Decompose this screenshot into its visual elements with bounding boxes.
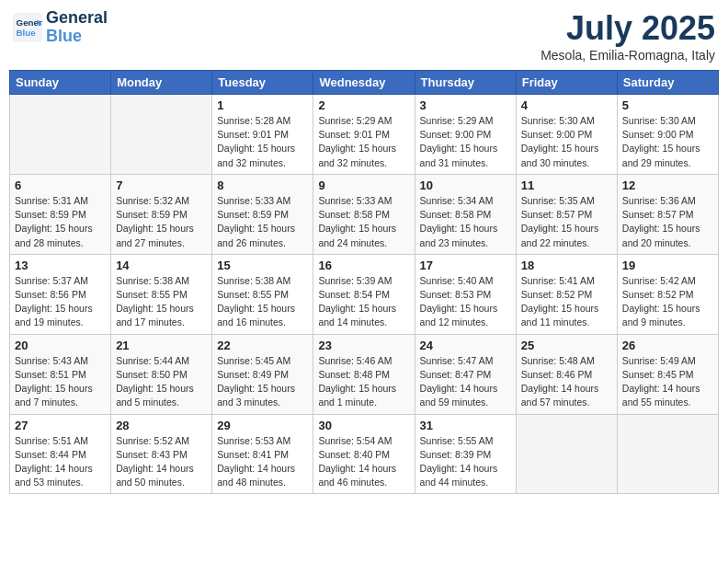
calendar-cell: 15Sunrise: 5:38 AMSunset: 8:55 PMDayligh… xyxy=(212,254,313,334)
day-number: 25 xyxy=(521,339,612,352)
weekday-header-wednesday: Wednesday xyxy=(313,71,415,95)
day-info: Sunrise: 5:38 AMSunset: 8:55 PMDaylight:… xyxy=(116,274,207,330)
day-info: Sunrise: 5:47 AMSunset: 8:47 PMDaylight:… xyxy=(420,354,511,410)
day-info: Sunrise: 5:33 AMSunset: 8:59 PMDaylight:… xyxy=(217,194,308,250)
day-info: Sunrise: 5:44 AMSunset: 8:50 PMDaylight:… xyxy=(116,354,207,410)
calendar-cell: 26Sunrise: 5:49 AMSunset: 8:45 PMDayligh… xyxy=(617,334,718,414)
calendar-cell: 7Sunrise: 5:32 AMSunset: 8:59 PMDaylight… xyxy=(111,174,212,254)
day-number: 8 xyxy=(217,178,308,192)
calendar-cell: 24Sunrise: 5:47 AMSunset: 8:47 PMDayligh… xyxy=(415,334,516,414)
calendar-cell: 5Sunrise: 5:30 AMSunset: 9:00 PMDaylight… xyxy=(617,95,718,175)
page-header: General Blue GeneralBlue July 2025 Mesol… xyxy=(9,9,719,63)
day-number: 9 xyxy=(318,178,409,192)
day-info: Sunrise: 5:42 AMSunset: 8:52 PMDaylight:… xyxy=(622,274,713,330)
day-number: 23 xyxy=(318,339,409,352)
calendar-cell: 10Sunrise: 5:34 AMSunset: 8:58 PMDayligh… xyxy=(415,174,516,254)
calendar-cell: 22Sunrise: 5:45 AMSunset: 8:49 PMDayligh… xyxy=(212,334,313,414)
calendar-cell: 8Sunrise: 5:33 AMSunset: 8:59 PMDaylight… xyxy=(212,174,313,254)
day-info: Sunrise: 5:52 AMSunset: 8:43 PMDaylight:… xyxy=(116,434,207,490)
day-number: 15 xyxy=(217,259,308,272)
day-info: Sunrise: 5:32 AMSunset: 8:59 PMDaylight:… xyxy=(116,194,207,250)
day-info: Sunrise: 5:48 AMSunset: 8:46 PMDaylight:… xyxy=(521,354,612,410)
day-info: Sunrise: 5:51 AMSunset: 8:44 PMDaylight:… xyxy=(15,434,106,490)
title-block: July 2025 Mesola, Emilia-Romagna, Italy xyxy=(540,9,715,63)
day-info: Sunrise: 5:41 AMSunset: 8:52 PMDaylight:… xyxy=(521,274,612,330)
day-info: Sunrise: 5:43 AMSunset: 8:51 PMDaylight:… xyxy=(15,354,106,410)
day-info: Sunrise: 5:49 AMSunset: 8:45 PMDaylight:… xyxy=(622,354,713,410)
calendar-cell: 27Sunrise: 5:51 AMSunset: 8:44 PMDayligh… xyxy=(10,414,111,494)
day-info: Sunrise: 5:36 AMSunset: 8:57 PMDaylight:… xyxy=(622,194,713,250)
weekday-header-monday: Monday xyxy=(111,71,212,95)
calendar-cell: 14Sunrise: 5:38 AMSunset: 8:55 PMDayligh… xyxy=(111,254,212,334)
calendar-cell: 20Sunrise: 5:43 AMSunset: 8:51 PMDayligh… xyxy=(10,334,111,414)
calendar-cell: 9Sunrise: 5:33 AMSunset: 8:58 PMDaylight… xyxy=(313,174,415,254)
day-number: 17 xyxy=(420,259,511,272)
day-info: Sunrise: 5:54 AMSunset: 8:40 PMDaylight:… xyxy=(318,434,409,490)
day-number: 14 xyxy=(116,259,207,272)
day-number: 29 xyxy=(217,419,308,432)
calendar-cell: 2Sunrise: 5:29 AMSunset: 9:01 PMDaylight… xyxy=(313,95,415,175)
day-number: 18 xyxy=(521,259,612,272)
weekday-header-tuesday: Tuesday xyxy=(212,71,313,95)
day-info: Sunrise: 5:35 AMSunset: 8:57 PMDaylight:… xyxy=(521,194,612,250)
calendar-cell: 21Sunrise: 5:44 AMSunset: 8:50 PMDayligh… xyxy=(111,334,212,414)
day-number: 5 xyxy=(622,98,713,112)
calendar-cell: 16Sunrise: 5:39 AMSunset: 8:54 PMDayligh… xyxy=(313,254,415,334)
calendar-cell: 28Sunrise: 5:52 AMSunset: 8:43 PMDayligh… xyxy=(111,414,212,494)
day-info: Sunrise: 5:30 AMSunset: 9:00 PMDaylight:… xyxy=(622,114,713,170)
weekday-header-row: SundayMondayTuesdayWednesdayThursdayFrid… xyxy=(10,71,719,95)
calendar-cell xyxy=(111,95,212,175)
calendar-cell: 19Sunrise: 5:42 AMSunset: 8:52 PMDayligh… xyxy=(617,254,718,334)
day-info: Sunrise: 5:29 AMSunset: 9:01 PMDaylight:… xyxy=(318,114,409,170)
day-number: 20 xyxy=(15,339,106,352)
weekday-header-saturday: Saturday xyxy=(617,71,718,95)
calendar-cell: 13Sunrise: 5:37 AMSunset: 8:56 PMDayligh… xyxy=(10,254,111,334)
logo-text: GeneralBlue xyxy=(46,9,108,46)
day-number: 4 xyxy=(521,98,612,112)
day-info: Sunrise: 5:53 AMSunset: 8:41 PMDaylight:… xyxy=(217,434,308,490)
calendar-cell: 17Sunrise: 5:40 AMSunset: 8:53 PMDayligh… xyxy=(415,254,516,334)
svg-text:Blue: Blue xyxy=(17,28,37,38)
weekday-header-thursday: Thursday xyxy=(415,71,516,95)
month-year: July 2025 xyxy=(540,9,715,48)
day-number: 11 xyxy=(521,178,612,192)
calendar-week-row: 27Sunrise: 5:51 AMSunset: 8:44 PMDayligh… xyxy=(10,414,719,494)
calendar-week-row: 1Sunrise: 5:28 AMSunset: 9:01 PMDaylight… xyxy=(10,95,719,175)
location: Mesola, Emilia-Romagna, Italy xyxy=(540,48,715,63)
weekday-header-sunday: Sunday xyxy=(10,71,111,95)
calendar-cell: 25Sunrise: 5:48 AMSunset: 8:46 PMDayligh… xyxy=(516,334,617,414)
calendar-cell: 12Sunrise: 5:36 AMSunset: 8:57 PMDayligh… xyxy=(617,174,718,254)
day-info: Sunrise: 5:28 AMSunset: 9:01 PMDaylight:… xyxy=(217,114,308,170)
calendar-table: SundayMondayTuesdayWednesdayThursdayFrid… xyxy=(9,70,719,494)
day-info: Sunrise: 5:39 AMSunset: 8:54 PMDaylight:… xyxy=(318,274,409,330)
logo-icon: General Blue xyxy=(13,13,42,42)
day-number: 2 xyxy=(318,98,409,112)
day-number: 24 xyxy=(420,339,511,352)
day-number: 28 xyxy=(116,419,207,432)
logo: General Blue GeneralBlue xyxy=(13,9,108,46)
day-number: 7 xyxy=(116,178,207,192)
calendar-cell: 11Sunrise: 5:35 AMSunset: 8:57 PMDayligh… xyxy=(516,174,617,254)
weekday-header-friday: Friday xyxy=(516,71,617,95)
day-number: 3 xyxy=(420,98,511,112)
day-number: 6 xyxy=(15,178,106,192)
calendar-cell: 3Sunrise: 5:29 AMSunset: 9:00 PMDaylight… xyxy=(415,95,516,175)
day-info: Sunrise: 5:40 AMSunset: 8:53 PMDaylight:… xyxy=(420,274,511,330)
calendar-cell: 31Sunrise: 5:55 AMSunset: 8:39 PMDayligh… xyxy=(415,414,516,494)
day-info: Sunrise: 5:30 AMSunset: 9:00 PMDaylight:… xyxy=(521,114,612,170)
day-number: 19 xyxy=(622,259,713,272)
calendar-week-row: 13Sunrise: 5:37 AMSunset: 8:56 PMDayligh… xyxy=(10,254,719,334)
day-number: 30 xyxy=(318,419,409,432)
day-number: 27 xyxy=(15,419,106,432)
day-number: 1 xyxy=(217,98,308,112)
day-number: 13 xyxy=(15,259,106,272)
calendar-week-row: 20Sunrise: 5:43 AMSunset: 8:51 PMDayligh… xyxy=(10,334,719,414)
calendar-cell: 6Sunrise: 5:31 AMSunset: 8:59 PMDaylight… xyxy=(10,174,111,254)
calendar-cell: 30Sunrise: 5:54 AMSunset: 8:40 PMDayligh… xyxy=(313,414,415,494)
calendar-cell: 23Sunrise: 5:46 AMSunset: 8:48 PMDayligh… xyxy=(313,334,415,414)
day-info: Sunrise: 5:46 AMSunset: 8:48 PMDaylight:… xyxy=(318,354,409,410)
calendar-cell xyxy=(516,414,617,494)
calendar-cell: 18Sunrise: 5:41 AMSunset: 8:52 PMDayligh… xyxy=(516,254,617,334)
day-number: 26 xyxy=(622,339,713,352)
day-info: Sunrise: 5:31 AMSunset: 8:59 PMDaylight:… xyxy=(15,194,106,250)
